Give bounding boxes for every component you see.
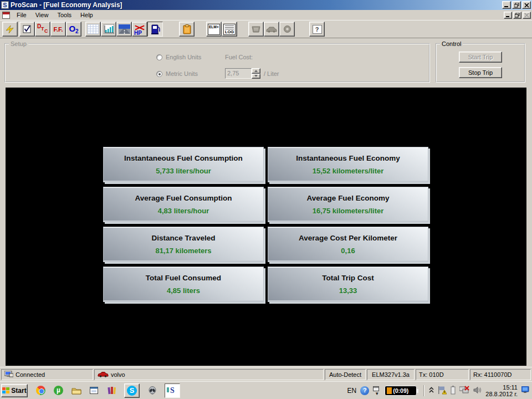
status-connection: Connected (1, 369, 93, 380)
panel-title: Instantaneous Fuel Consumption (124, 154, 243, 162)
sensor-config-button[interactable] (279, 22, 295, 37)
menu-file[interactable]: File (12, 11, 31, 19)
red-car-icon (98, 371, 109, 377)
vehicle-info-button[interactable] (264, 22, 279, 37)
display-settings-icon[interactable] (521, 386, 530, 395)
system-tray: EN ? ▼ (0:09) 15:11 28.8.2012 г. (347, 384, 531, 397)
help-icon: ? (313, 25, 322, 34)
minimize-button[interactable] (502, 1, 511, 9)
freeze-frame-button[interactable]: F.F. (50, 22, 66, 37)
status-rx: Rx: 4110070D (470, 369, 531, 380)
start-button[interactable]: Start (1, 384, 28, 397)
panel-title: Average Fuel Consumption (135, 194, 232, 202)
fuel-economy-button[interactable] (147, 22, 163, 37)
windows-logo-icon (2, 387, 9, 394)
mdi-close-button[interactable] (523, 12, 531, 19)
mdi-minimize-button[interactable] (504, 12, 512, 19)
window-app-icon[interactable] (89, 385, 99, 396)
flag-warning-icon[interactable] (438, 386, 447, 396)
statusbar: Connected volvo Auto-Detect ELM327v1.3a … (0, 367, 532, 381)
trip-timer-indicator[interactable]: (0:09) (385, 386, 417, 396)
o2-sensor-button[interactable]: O2 (66, 22, 81, 37)
down-arrow-icon (254, 75, 258, 77)
control-group-label: Control (440, 40, 463, 47)
spin-down-button[interactable] (252, 74, 260, 79)
checkbox-icon (23, 24, 32, 34)
alien-icon[interactable] (147, 385, 157, 396)
fuel-pump-icon (151, 24, 160, 34)
menu-help[interactable]: Help (76, 11, 98, 19)
up-arrow-icon (254, 70, 258, 72)
fuel-cost-input[interactable]: 2,75 (225, 68, 252, 79)
taskbar: Start µ S S EN ? ▼ (0:09) (0, 381, 532, 399)
report-button[interactable] (179, 22, 195, 37)
data-table-button[interactable] (85, 22, 101, 37)
connect-button[interactable] (2, 22, 18, 37)
clock-date: 28.8.2012 г. (485, 391, 518, 397)
hp-icon: HP (134, 24, 146, 35)
language-indicator[interactable]: EN (347, 387, 357, 395)
monitor-test-button[interactable] (19, 22, 35, 37)
mdi-restore-button[interactable] (513, 12, 521, 19)
road-icon (119, 24, 130, 34)
spin-up-button[interactable] (252, 68, 260, 74)
panel-value: 16,75 kilometers/liter (313, 207, 384, 215)
status-tx: Tx: 010D (416, 369, 469, 380)
dtc-icon: DTC (37, 24, 48, 34)
proscan-taskbar-button[interactable]: S (165, 383, 180, 398)
tray-window-icon[interactable]: ▼ (373, 386, 381, 395)
mdi-child-icon[interactable] (2, 12, 10, 19)
status-vehicle: volvo (94, 369, 324, 380)
english-units-label: English Units (166, 54, 201, 60)
o2-icon: O2 (69, 24, 78, 34)
help-button[interactable]: ? (309, 22, 325, 37)
elm-console-button[interactable]: ELM> (206, 22, 222, 37)
metric-units-radio[interactable]: Metric Units (156, 70, 198, 77)
bar-chart-icon (104, 24, 114, 34)
log-button[interactable]: LOG (222, 22, 237, 37)
panel-value: 4,85 liters (167, 287, 200, 295)
chevron-up-icon[interactable] (429, 387, 434, 395)
utorrent-icon[interactable]: µ (53, 385, 64, 396)
proscan-app-icon: S (1, 1, 9, 9)
restore-button[interactable] (512, 1, 521, 9)
dtc-button[interactable]: DTC (35, 22, 50, 37)
control-group: Control Start Trip Stop Trip (436, 40, 525, 83)
obd-connector-button[interactable] (248, 22, 264, 37)
panel-value: 5,733 liters/hour (156, 167, 211, 175)
menu-view[interactable]: View (31, 11, 53, 19)
clipboard-icon (183, 24, 191, 34)
panel-title: Total Fuel Consumed (146, 274, 221, 282)
panel-average-cost-per-kilometer: Average Cost Per Kilometer 0,16 (268, 227, 428, 262)
fuel-cost-label: Fuel Cost: (225, 54, 253, 60)
window-title: ProScan - [Fuel Economy Analysis] (11, 1, 501, 9)
panel-value: 4,83 liters/hour (158, 207, 209, 215)
menu-tools[interactable]: Tools (53, 11, 76, 19)
skype-button[interactable]: S (124, 383, 140, 398)
computer-icon (4, 371, 13, 378)
panel-average-fuel-consumption: Average Fuel Consumption 4,83 liters/hou… (103, 187, 264, 222)
panel-total-fuel-consumed: Total Fuel Consumed 4,85 liters (103, 267, 264, 302)
start-trip-button[interactable]: Start Trip (459, 52, 502, 63)
close-button[interactable] (522, 1, 531, 9)
chrome-icon[interactable] (35, 385, 46, 396)
setup-group: Setup English Units Metric Units Fuel Co… (4, 40, 430, 83)
tray-clock[interactable]: 15:11 28.8.2012 г. (485, 384, 518, 397)
status-adapter: ELM327v1.3a (367, 369, 415, 380)
english-units-radio[interactable]: English Units (156, 54, 201, 60)
panel-total-trip-cost: Total Trip Cost 13,33 (268, 267, 428, 302)
panel-grid: Instantaneous Fuel Consumption 5,733 lit… (103, 147, 428, 302)
horsepower-button[interactable]: HP (132, 22, 147, 37)
network-disconnected-icon[interactable] (459, 386, 469, 395)
stop-trip-button[interactable]: Stop Trip (459, 67, 502, 78)
winrar-icon[interactable] (106, 385, 117, 396)
speaker-icon[interactable] (473, 386, 482, 395)
graph-button[interactable] (101, 22, 116, 37)
battery-icon[interactable] (451, 386, 456, 396)
toolbar: DTC F.F. O2 HP ELM> LOG ? (0, 20, 532, 38)
lightning-icon (5, 24, 15, 34)
road-test-button[interactable] (116, 22, 132, 37)
panel-title: Distance Traveled (152, 234, 216, 242)
tray-help-icon[interactable]: ? (360, 386, 369, 395)
folder-icon[interactable] (71, 385, 81, 396)
